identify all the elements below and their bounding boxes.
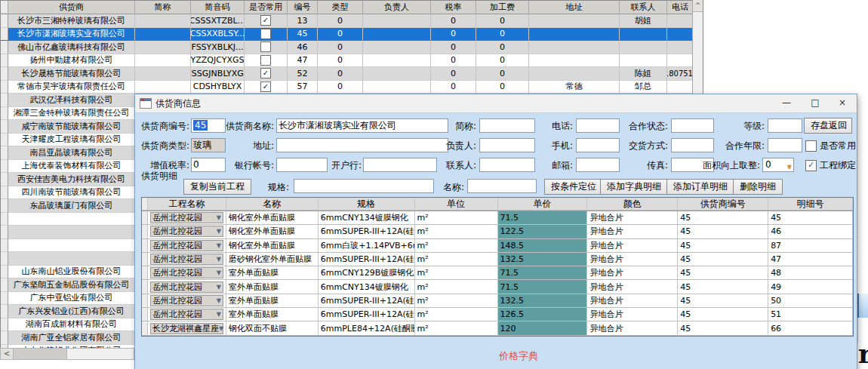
checked-checkbox-icon[interactable]: ✓ (260, 15, 271, 26)
add-order-detail-button[interactable]: 添加订单明细 (666, 179, 734, 195)
table-row[interactable]: 常德市昊宇玻璃有限责任公司CDSHYBLYX✓57000常德邹总 (1, 81, 703, 94)
detail-row[interactable]: 岳州北控花园▼室外单面贴膜6mmCNY134镀膜钢化m²71.5异地合片4549 (142, 280, 853, 294)
detail-row[interactable]: 岳州北控花园▼钢化室外单面贴膜6mmSUPER-III+12A(硅...m²12… (142, 225, 853, 238)
mobile-field[interactable] (576, 138, 620, 152)
project-combo[interactable]: 长沙龙湖祺鑫星座▼ (150, 323, 223, 334)
table-cell: 佛山市亿鑫玻璃科技有限公司 (8, 41, 135, 54)
table-cell: 长沙市潇湘玻璃实业有限公司 (8, 28, 135, 42)
project-combo[interactable]: 岳州北控花园▼ (150, 212, 223, 223)
phone-field[interactable] (576, 118, 620, 133)
table-cell: 异地合片 (587, 280, 678, 294)
table-cell: 45 (678, 294, 768, 308)
area-round-up-combo[interactable]: 0 ▼ (762, 158, 794, 172)
detail-row[interactable]: 长沙龙湖祺鑫星座▼钢化双面不贴膜6mmPLE84+12A(硅酮胶...m²120… (142, 321, 853, 335)
checked-checkbox-icon[interactable]: ✓ (260, 68, 271, 78)
detail-row[interactable]: 岳州北控花园▼室外单面贴膜6mmCNY129B镀膜钢化m²71.5异地合片454… (142, 266, 853, 280)
short-name-field[interactable] (479, 118, 535, 133)
close-icon[interactable]: × (830, 94, 855, 112)
row-header-cell (142, 239, 148, 253)
table-cell: 71.5 (498, 280, 588, 294)
table-cell: 13 (288, 14, 318, 28)
table-row[interactable]: 佛山市亿鑫玻璃科技有限公司FSSYXBLKJ...46000 (1, 41, 703, 54)
occluded-text-fragment: r (858, 340, 868, 369)
table-row[interactable]: 长沙市三湘特种玻璃有限公司CSSSXTZBL...✓13000胡姐 (1, 14, 703, 28)
table-cell: 71.5 (498, 211, 588, 225)
name-filter-input[interactable] (467, 179, 537, 193)
bank-account-field[interactable] (276, 158, 328, 172)
unchecked-checkbox-icon[interactable] (260, 42, 271, 52)
checkbox-icon[interactable] (805, 140, 817, 152)
spec-filter-input[interactable] (294, 179, 434, 193)
email-field[interactable] (576, 158, 620, 172)
dialog-titlebar[interactable]: 供货商信息 — □ × (135, 94, 857, 113)
table-cell: 湘潭三金特种玻璃有限责任公司 (8, 107, 135, 121)
minimize-icon[interactable]: — (774, 94, 799, 112)
app-screen: 供货商简称简音码是否常用编号类型负责人税率加工费地址联系人电话长沙市三湘特种玻璃… (0, 0, 868, 369)
locate-button[interactable]: 按条件定位 (544, 179, 603, 195)
project-combo[interactable]: 岳州北控花园▼ (150, 254, 223, 265)
table-row[interactable]: 长沙市潇湘玻璃实业有限公司CSSXXBLSY...45000 (1, 28, 703, 42)
project-combo[interactable]: 岳州北控花园▼ (150, 281, 223, 293)
table-cell: 名称 (226, 198, 319, 211)
scroll-left-icon[interactable]: < (1, 349, 14, 359)
supplier-name-field[interactable]: 长沙市潇湘玻璃实业有限公司 (276, 118, 448, 133)
address-label: 地址: (218, 139, 274, 152)
table-cell (8, 252, 135, 266)
unchecked-checkbox-icon[interactable] (260, 29, 271, 39)
occluded-window-fragment (857, 294, 868, 319)
address-field[interactable] (276, 138, 448, 152)
table-cell: 122.5 (498, 225, 588, 238)
detail-row[interactable]: 岳州北控花园▼室外单面贴膜6mmSUPER-III+12A(硅...m²132.… (142, 294, 853, 308)
table-cell: 电话 (667, 1, 694, 14)
bank-branch-field[interactable] (363, 158, 437, 172)
supply-detail-table[interactable]: 工程名称名称规格单位单价颜色供货商编号明细号岳州北控花园▼钢化室外单面贴膜6mm… (141, 197, 854, 337)
row-header-cell (1, 14, 8, 28)
table-cell: 南昌亚晶玻璃有限公司 (8, 146, 135, 160)
table-cell: 供货商编号 (678, 198, 768, 211)
project-combo[interactable]: 岳州北控花园▼ (150, 267, 223, 278)
table-cell: 常德 (529, 81, 620, 94)
horizontal-scrollbar[interactable]: < (0, 348, 134, 360)
scroll-up-icon[interactable]: ^ (693, 0, 703, 12)
table-cell: 45 (678, 280, 768, 294)
owner-field[interactable] (479, 138, 535, 152)
table-cell: 工程名称 (148, 198, 226, 211)
row-header-cell (142, 308, 148, 321)
common-use-checkbox[interactable]: 是否常用 (805, 140, 856, 152)
table-cell: 异地合片 (587, 294, 678, 308)
table-row[interactable]: 长沙晟格节能玻璃有限公司CSSGJNBLYXGS✓52000陈姐180751 (1, 67, 703, 81)
table-cell (363, 14, 431, 28)
project-bind-checkbox[interactable]: ✓ 工程绑定 (805, 159, 856, 172)
project-combo[interactable]: 岳州北控花园▼ (150, 226, 223, 237)
table-cell: 编号 (288, 1, 318, 14)
grade-field[interactable] (768, 118, 802, 133)
save-return-button[interactable]: 存盘返回 (804, 118, 852, 134)
owner-label: 负责人: (436, 139, 476, 152)
table-cell: 6mm白玻+1.14PVB+6mm... (319, 239, 415, 253)
checked-checkbox-icon[interactable]: ✓ (260, 81, 271, 92)
delivery-method-field[interactable] (671, 138, 714, 152)
project-combo[interactable]: 岳州北控花园▼ (150, 309, 223, 320)
table-cell: 类型 (318, 1, 363, 14)
table-row[interactable]: 扬州中勤建材有限公司YZZQJCYXGS47000 (1, 54, 703, 68)
row-header-cell (142, 211, 148, 225)
detail-row[interactable]: 岳州北控花园▼室外单面贴膜6mmSUPER-III+12A(硅...m²126.… (142, 308, 853, 321)
coop-years-field[interactable] (768, 138, 802, 152)
row-header-cell (1, 266, 8, 279)
scrollbar-thumb[interactable] (14, 349, 67, 359)
table-cell (245, 41, 288, 54)
coop-status-field[interactable] (671, 118, 714, 133)
maximize-icon[interactable]: □ (802, 94, 828, 112)
copy-project-button[interactable]: 复制当前工程 (183, 179, 251, 195)
chevron-down-icon: ▼ (219, 325, 223, 332)
detail-row[interactable]: 岳州北控花园▼钢化室外单面贴膜6mm白玻+1.14PVB+6mm...m²148… (142, 239, 853, 253)
project-combo[interactable]: 岳州北控花园▼ (150, 295, 223, 306)
project-combo[interactable]: 岳州北控花园▼ (150, 240, 223, 251)
checkbox-icon[interactable]: ✓ (805, 160, 817, 171)
detail-row[interactable]: 岳州北控花园▼磨砂钢化室外单面贴膜6mmSUPER-III+12A(硅...m²… (142, 253, 853, 266)
detail-row[interactable]: 岳州北控花园▼钢化室外单面贴膜6mmCNY134镀膜钢化m²71.5异地合片45… (142, 211, 853, 225)
unchecked-checkbox-icon[interactable] (260, 55, 271, 66)
delete-detail-button[interactable]: 删除明细 (733, 179, 783, 195)
add-dict-detail-button[interactable]: 添加字典明细 (600, 179, 668, 195)
contact-field[interactable] (479, 158, 535, 172)
